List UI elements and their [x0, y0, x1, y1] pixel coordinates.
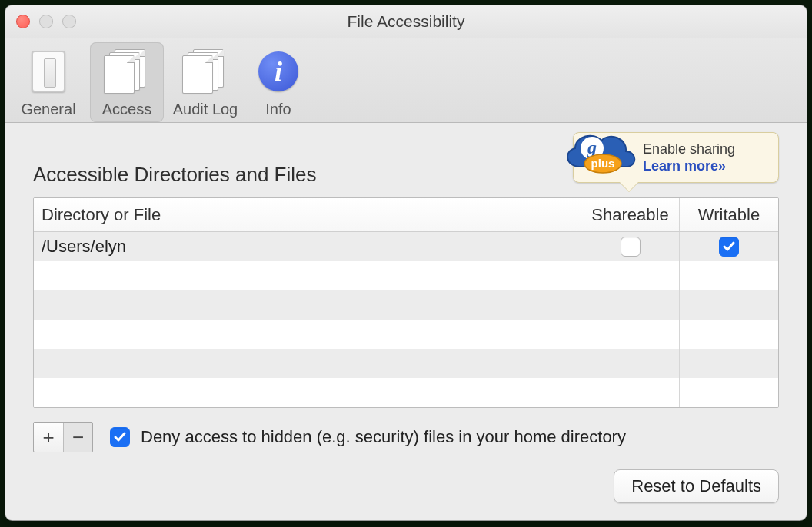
path-cell [34, 261, 581, 290]
info-icon: i [254, 47, 303, 96]
table-body: /Users/elyn [34, 232, 778, 407]
cloud-plus-icon: g plus [557, 125, 641, 182]
window-controls [16, 15, 76, 28]
table-header: Directory or File Shareable Writable [34, 198, 778, 232]
titlebar: File Accessibility [5, 5, 807, 38]
remove-path-button[interactable]: − [63, 423, 92, 452]
writable-cell [680, 290, 778, 320]
deny-hidden-files-checkbox[interactable] [110, 427, 130, 447]
tab-label: Info [265, 101, 291, 118]
tab-audit-log[interactable]: Audit Log [168, 42, 242, 122]
shareable-cell [581, 232, 680, 261]
tab-info[interactable]: i Info [247, 42, 310, 122]
path-cell [34, 378, 581, 407]
writable-cell [680, 232, 778, 261]
tab-access[interactable]: Access [90, 42, 164, 122]
svg-text:g: g [587, 138, 597, 157]
promo-learn-more-link[interactable]: Learn more» [643, 157, 735, 175]
writable-cell [680, 261, 778, 290]
window-title: File Accessibility [348, 12, 465, 31]
path-cell [34, 349, 581, 378]
path-cell [34, 320, 581, 349]
toolbar: General Access Audit Log [5, 38, 807, 123]
path-cell [34, 290, 581, 320]
promo-title: Enable sharing [643, 141, 735, 158]
add-remove-control: + − [33, 422, 93, 452]
documents-icon [102, 47, 151, 96]
tab-general[interactable]: General [12, 42, 85, 122]
reset-to-defaults-button[interactable]: Reset to Defaults [614, 469, 779, 503]
shareable-cell [581, 261, 680, 290]
content-pane: g plus Enable sharing Learn more» Access… [5, 123, 807, 520]
column-header-writable[interactable]: Writable [680, 198, 778, 231]
table-row-empty [34, 261, 778, 290]
add-path-button[interactable]: + [34, 423, 63, 452]
sharing-promo-callout[interactable]: g plus Enable sharing Learn more» [573, 132, 779, 183]
writable-cell [680, 349, 778, 378]
table-row-empty [34, 349, 778, 378]
shareable-cell [581, 320, 680, 349]
tab-label: Audit Log [173, 101, 238, 118]
writable-cell [680, 378, 778, 407]
path-cell: /Users/elyn [34, 232, 581, 261]
writable-checkbox[interactable] [719, 237, 739, 257]
table-row-empty [34, 320, 778, 349]
column-header-path[interactable]: Directory or File [34, 198, 581, 231]
documents-icon [181, 47, 230, 96]
column-header-shareable[interactable]: Shareable [581, 198, 680, 231]
svg-text:plus: plus [591, 157, 615, 170]
preferences-window: File Accessibility General Access [5, 5, 807, 521]
deny-hidden-files-label: Deny access to hidden (e.g. security) fi… [141, 427, 626, 447]
table-row-empty [34, 290, 778, 320]
accessible-paths-table: Directory or File Shareable Writable /Us… [33, 197, 779, 408]
shareable-checkbox[interactable] [621, 237, 641, 257]
switch-icon [24, 47, 73, 96]
shareable-cell [581, 349, 680, 378]
tab-label: General [21, 101, 75, 118]
tab-label: Access [102, 101, 151, 118]
shareable-cell [581, 378, 680, 407]
minimize-window-button[interactable] [39, 15, 53, 28]
shareable-cell [581, 290, 680, 320]
zoom-window-button[interactable] [62, 15, 76, 28]
table-row-empty [34, 378, 778, 407]
writable-cell [680, 320, 778, 349]
table-row[interactable]: /Users/elyn [34, 232, 778, 261]
close-window-button[interactable] [16, 15, 30, 28]
